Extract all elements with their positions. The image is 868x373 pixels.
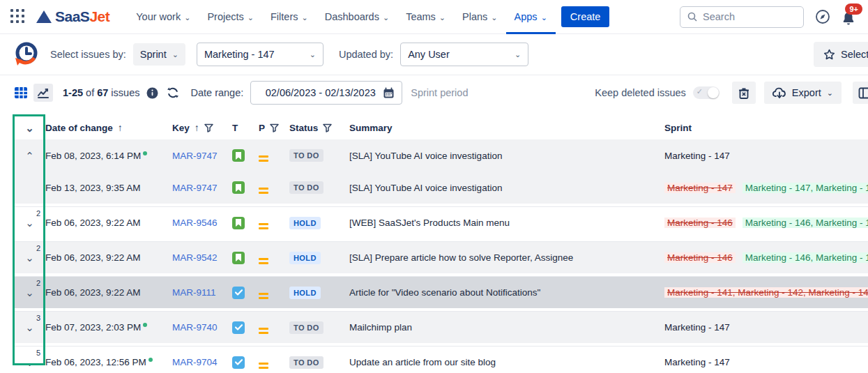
discover-compass-icon[interactable] <box>815 9 830 24</box>
app-switcher-icon[interactable] <box>10 8 26 25</box>
row-expander[interactable]: ⌃ <box>14 139 45 172</box>
summary-cell: Mailchimp plan <box>349 322 664 333</box>
priority-cell <box>259 356 289 369</box>
export-button[interactable]: Export ⌄ <box>764 82 842 104</box>
chevron-down-icon: ⌄ <box>515 50 521 59</box>
nav-item-plans[interactable]: Plans⌄ <box>454 0 506 34</box>
issue-key-link[interactable]: MAR-9546 <box>172 218 218 228</box>
nav-item-teams[interactable]: Teams⌄ <box>397 0 454 34</box>
toggle-knob <box>708 87 719 98</box>
new-change-dot <box>143 151 147 155</box>
table-view-icon[interactable] <box>11 84 31 102</box>
filter-funnel-icon[interactable] <box>204 123 213 132</box>
issue-count-text: 1-25 of 67 issues <box>63 87 139 98</box>
sprint-added-value: Marketing - 146, Marketing - 147 <box>743 252 868 263</box>
notification-count-badge: 9+ <box>845 3 862 15</box>
issue-key-link[interactable]: MAR-9740 <box>172 322 218 333</box>
nav-item-projects[interactable]: Projects⌄ <box>199 0 262 34</box>
table-row[interactable]: ⌄2Feb 06, 2023, 9:22 AMMAR-9546HOLD[WEB]… <box>14 206 868 238</box>
delete-button[interactable] <box>732 82 756 104</box>
nav-item-dashboards[interactable]: Dashboards⌄ <box>317 0 397 34</box>
saasjet-logo[interactable]: SaaSJet <box>36 8 109 25</box>
nav-item-apps[interactable]: Apps⌄ <box>506 0 556 34</box>
header-summary[interactable]: Summary <box>349 123 664 133</box>
search-icon <box>687 12 697 22</box>
date-range-input[interactable]: 02/06/2023 - 02/13/2023 <box>250 81 402 105</box>
header-status[interactable]: Status <box>289 123 349 133</box>
issue-key-link[interactable]: MAR-9111 <box>172 287 216 298</box>
sort-asc-icon[interactable]: ↑ <box>118 122 123 133</box>
issue-key-cell: MAR-9747 <box>172 151 232 161</box>
issue-key-link[interactable]: MAR-9704 <box>172 357 218 367</box>
issue-key-link[interactable]: MAR-9747 <box>172 183 218 193</box>
header-type[interactable]: T <box>232 123 259 133</box>
keep-deleted-toggle[interactable]: ✓ <box>693 86 719 99</box>
table-row[interactable]: ⌄5Feb 06, 2023, 12:56 PMMAR-9704TO DOUpd… <box>14 346 868 373</box>
summary-cell: Update an article from our site blog <box>349 357 664 367</box>
priority-medium-icon <box>259 223 268 229</box>
nav-item-your-work[interactable]: Your work⌄ <box>128 0 199 34</box>
notifications-bell-icon[interactable]: 9+ <box>840 6 858 27</box>
new-change-dot <box>149 358 153 362</box>
row-expander[interactable]: ⌄3 <box>14 312 45 343</box>
issue-key-link[interactable]: MAR-9747 <box>172 151 218 161</box>
chart-view-icon[interactable] <box>33 84 53 102</box>
table-row[interactable]: ⌄3Feb 07, 2023, 2:03 PMMAR-9740TO DOMail… <box>14 311 868 343</box>
priority-cell <box>259 252 289 264</box>
search-input[interactable] <box>703 11 786 22</box>
issue-key-cell: MAR-9546 <box>172 218 232 228</box>
header-sprint[interactable]: Sprint <box>664 123 868 133</box>
columns-button[interactable] <box>853 82 868 104</box>
header-priority[interactable]: P <box>259 123 289 133</box>
table-row[interactable]: ⌄2Feb 06, 2023, 9:22 AMMAR-9542HOLD[SLA]… <box>14 241 868 273</box>
sprint-current-value: Marketing - 147 <box>664 151 730 161</box>
toolbar-right-tools: Keep deleted issues ✓ Export ⌄ <box>595 82 868 104</box>
status-cell: HOLD <box>289 252 349 264</box>
sprint-added-value: Marketing - 146, Marketing - 147 <box>743 218 868 228</box>
row-expander[interactable]: ⌄2 <box>14 207 45 238</box>
table-header-row: ⌄ Date of change ↑ Key ↑ T P Status Summ… <box>14 116 868 139</box>
row-expander-empty <box>14 172 45 204</box>
row-expander[interactable]: ⌄5 <box>14 347 45 373</box>
row-expander[interactable]: ⌄2 <box>14 242 45 273</box>
sprint-cell: Marketing - 147 <box>664 322 868 333</box>
nav-item-filters[interactable]: Filters⌄ <box>262 0 317 34</box>
info-icon[interactable] <box>146 87 158 99</box>
collapse-all-header[interactable]: ⌄ <box>14 116 45 139</box>
updated-by-select[interactable]: Any User ⌄ <box>400 43 528 66</box>
select-view-button[interactable]: Select Vi <box>814 42 868 67</box>
chevron-down-icon: ⌄ <box>25 322 34 333</box>
table-row[interactable]: ⌄2Feb 06, 2023, 9:22 AMMAR-9111HOLDArtic… <box>14 276 868 308</box>
sprint-select[interactable]: Marketing - 147 ⌄ <box>197 43 323 66</box>
filter-funnel-icon[interactable] <box>323 123 332 132</box>
header-date-of-change[interactable]: Date of change ↑ <box>45 122 172 133</box>
story-type-icon <box>232 181 245 194</box>
table-toolbar: 1-25 of 67 issues Date range: 02/06/2023… <box>0 75 868 110</box>
summary-cell: [WEB] SaaSJet's Products Main menu <box>349 218 664 228</box>
star-icon <box>823 49 835 61</box>
date-of-change-cell: Feb 13, 2023, 9:35 AM <box>45 183 172 193</box>
sort-asc-icon[interactable]: ↑ <box>195 122 199 133</box>
search-box[interactable] <box>680 6 804 28</box>
header-key[interactable]: Key ↑ <box>172 122 232 133</box>
table-row[interactable]: Feb 13, 2023, 9:35 AMMAR-9747TO DO[SLA] … <box>14 172 868 204</box>
story-type-icon <box>232 252 245 264</box>
issue-mode-dropdown[interactable]: Sprint ⌄ <box>133 43 185 66</box>
select-issues-by-label: Select issues by: <box>50 49 126 60</box>
sprint-cell: Marketing - 146Marketing - 146, Marketin… <box>664 218 868 228</box>
issue-key-link[interactable]: MAR-9542 <box>172 252 218 263</box>
date-of-change-cell: Feb 06, 2023, 9:22 AM <box>45 218 172 228</box>
row-expander[interactable]: ⌄2 <box>14 277 45 308</box>
status-cell: TO DO <box>289 181 349 194</box>
status-badge: TO DO <box>289 356 323 369</box>
change-count: 5 <box>36 349 40 357</box>
table-row[interactable]: ⌃Feb 08, 2023, 6:14 PMMAR-9747TO DO[SLA]… <box>14 139 868 172</box>
calendar-icon[interactable] <box>383 87 395 99</box>
filter-funnel-icon[interactable] <box>270 123 279 132</box>
refresh-icon[interactable] <box>167 86 179 99</box>
issue-type-cell <box>232 149 259 162</box>
create-button[interactable]: Create <box>561 6 610 27</box>
sprint-removed-value: Marketing - 141, Marketing - 142, Market… <box>664 287 868 298</box>
summary-cell: Article for "Video scenario about Notifi… <box>349 287 664 298</box>
date-of-change-cell: Feb 06, 2023, 9:22 AM <box>45 287 172 298</box>
